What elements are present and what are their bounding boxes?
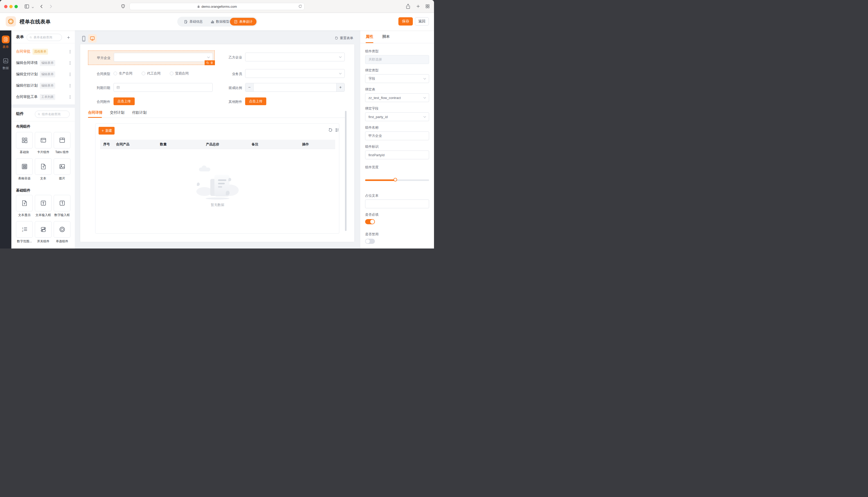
tile-table-container[interactable] — [16, 158, 33, 175]
back-button-icon[interactable] — [39, 4, 44, 10]
tab-form-design[interactable]: 表单设计 — [230, 18, 257, 26]
width-slider[interactable] — [365, 180, 429, 181]
prop-label: 是否禁用 — [365, 232, 378, 237]
tile-number-range[interactable]: 12 — [16, 221, 33, 238]
radio-option[interactable]: 代工合同 — [142, 71, 161, 76]
radio-option[interactable]: 贸易合同 — [170, 71, 189, 76]
placeholder-input[interactable] — [365, 200, 429, 208]
sidebar-toggle-icon[interactable] — [24, 4, 29, 10]
salesman-select[interactable] — [245, 69, 345, 78]
forward-button-icon[interactable] — [48, 4, 53, 10]
prop-label: 组件宽度 — [365, 165, 378, 170]
form-list-item[interactable]: 合同审批 流程表单 — [11, 46, 75, 57]
app-logo — [6, 16, 16, 27]
tile-image[interactable] — [54, 158, 70, 175]
safari-window: demo.orangeforms.com 橙单在线表单 基础信息 — [0, 0, 434, 248]
empty-state-text: 暂无数据 — [198, 203, 237, 207]
component-search-input[interactable] — [42, 112, 67, 116]
component-type-input: 关联选择 — [365, 55, 429, 64]
component-name-input[interactable] — [365, 131, 429, 140]
commission-number-input[interactable]: − + — [245, 83, 345, 92]
radio-option[interactable]: 生产合同 — [113, 71, 132, 76]
radio-circle-icon — [113, 72, 117, 75]
close-window-button[interactable] — [4, 5, 8, 8]
component-name-field[interactable] — [369, 134, 422, 138]
tab-payment-plan[interactable]: 付款计划 — [132, 110, 147, 115]
canvas-scrollbar[interactable] — [345, 111, 346, 231]
component-key-field[interactable] — [369, 153, 422, 157]
bind-field-select[interactable]: first_party_id — [365, 112, 429, 121]
form-search-input[interactable] — [33, 36, 59, 39]
more-actions-icon[interactable] — [68, 61, 72, 65]
chevron-down-icon[interactable] — [31, 5, 34, 10]
address-bar[interactable]: demo.orangeforms.com — [129, 3, 304, 10]
tab-script[interactable]: 脚本 — [382, 34, 390, 39]
form-list-item[interactable]: 编辑交付计划 编辑表单 — [11, 69, 75, 80]
tile-number-input[interactable] — [54, 195, 70, 211]
privacy-shield-icon[interactable] — [121, 4, 125, 10]
rail-item-data[interactable] — [3, 58, 9, 65]
minimize-window-button[interactable] — [9, 5, 13, 8]
due-date-input[interactable] — [113, 83, 212, 92]
tab-delivery-plan[interactable]: 交付计划 — [110, 110, 124, 115]
tile-switch[interactable] — [35, 221, 52, 238]
tile-card-component[interactable] — [35, 132, 52, 148]
tab-contract-detail[interactable]: 合同详情 — [88, 110, 102, 115]
zoom-window-button[interactable] — [14, 5, 18, 8]
tile-text-display[interactable] — [16, 195, 33, 211]
browser-toolbar: demo.orangeforms.com — [0, 0, 434, 13]
rail-label-forms[interactable]: 表单 — [0, 45, 11, 49]
component-search-box[interactable] — [35, 111, 70, 118]
delete-widget-icon[interactable] — [210, 61, 213, 64]
more-actions-icon[interactable] — [68, 84, 72, 88]
mobile-preview-icon[interactable] — [82, 35, 86, 43]
tab-properties[interactable]: 属性 — [366, 34, 373, 39]
form-list-item[interactable]: 编辑付款计划 编辑表单 — [11, 80, 75, 91]
form-list-item[interactable]: 合同审批工单 工单列表 — [11, 91, 75, 103]
disabled-toggle[interactable] — [365, 239, 375, 244]
contract-upload-button[interactable]: 点击上传 — [113, 97, 135, 105]
tile-text-input[interactable] — [35, 195, 52, 211]
form-list-item[interactable]: 编辑合同详情 编辑表单 — [11, 57, 75, 69]
tab-basic-info[interactable]: 基础信息 — [184, 19, 203, 24]
back-button[interactable]: 返回 — [415, 17, 429, 26]
required-toggle[interactable] — [365, 219, 375, 224]
add-form-icon[interactable] — [67, 36, 70, 41]
column-sort-icon[interactable] — [335, 128, 339, 133]
slider-handle[interactable] — [394, 178, 397, 182]
selected-widget-first-party[interactable]: 甲方企业 — [88, 51, 215, 65]
tab-overview-icon[interactable] — [425, 4, 430, 10]
new-tab-icon[interactable] — [416, 4, 420, 10]
new-row-button[interactable]: 新建 — [99, 127, 114, 134]
tile-radio[interactable] — [54, 221, 70, 238]
placeholder-field[interactable] — [369, 202, 422, 206]
rail-item-forms[interactable] — [2, 36, 10, 43]
copy-widget-icon[interactable] — [206, 61, 209, 64]
bind-table-select[interactable]: zz_test_flow_contract — [365, 93, 429, 102]
more-actions-icon[interactable] — [68, 95, 72, 99]
first-party-select[interactable] — [114, 53, 213, 61]
reset-form-button[interactable]: 重置表单 — [335, 36, 353, 41]
tile-text[interactable] — [35, 158, 52, 175]
component-key-input[interactable] — [365, 151, 429, 159]
increase-icon[interactable]: + — [336, 83, 344, 91]
form-type-badge: 工单列表 — [40, 94, 55, 100]
reload-icon[interactable] — [298, 4, 431, 9]
save-button[interactable]: 保存 — [398, 17, 413, 26]
tile-basic-block[interactable] — [16, 132, 33, 148]
text-display-icon — [21, 200, 28, 207]
tab-data-model[interactable]: 数据模型 — [210, 19, 230, 24]
desktop-preview-icon[interactable] — [88, 34, 97, 43]
second-party-select[interactable] — [245, 53, 345, 61]
more-actions-icon[interactable] — [68, 72, 72, 76]
form-search-box[interactable] — [27, 34, 62, 41]
decrease-icon[interactable]: − — [245, 83, 254, 91]
refresh-table-icon[interactable] — [328, 128, 333, 133]
rail-label-data[interactable]: 数据 — [0, 66, 11, 70]
share-icon[interactable] — [405, 3, 411, 10]
tile-tabs-component[interactable] — [54, 132, 70, 148]
field-label: 提成比例 — [221, 86, 242, 90]
bind-type-select[interactable]: 字段 — [365, 74, 429, 83]
more-actions-icon[interactable] — [68, 49, 72, 54]
other-upload-button[interactable]: 点击上传 — [245, 97, 266, 105]
